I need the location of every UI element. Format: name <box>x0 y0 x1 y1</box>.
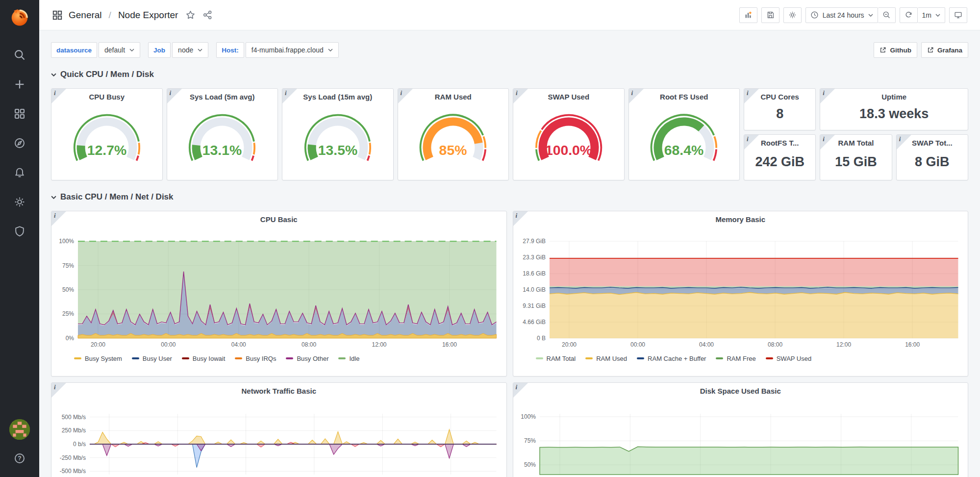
zoom-out-time-button[interactable] <box>878 7 896 23</box>
github-link-label: Github <box>890 47 911 54</box>
legend-item[interactable]: Busy IRQs <box>235 355 276 362</box>
svg-text:04:00: 04:00 <box>231 341 246 348</box>
dashboards-apps-icon[interactable] <box>14 108 25 120</box>
legend-item[interactable]: RAM Total <box>536 355 576 362</box>
stat-value: 18.3 weeks <box>820 102 968 130</box>
panel-title[interactable]: Sys Load (15m avg) <box>282 89 393 102</box>
panel-title[interactable]: SWAP Used <box>513 89 624 102</box>
legend-item[interactable]: Busy Other <box>286 355 328 362</box>
refresh-interval-picker[interactable]: 1m <box>918 7 945 23</box>
share-icon[interactable] <box>203 10 212 20</box>
info-corner-icon[interactable]: i <box>282 89 297 103</box>
datasource-dropdown[interactable]: default <box>99 42 140 58</box>
variable-label: Host: <box>216 42 244 58</box>
panel-title[interactable]: Sys Load (5m avg) <box>167 89 278 102</box>
panel-title[interactable]: CPU Basic <box>55 211 503 225</box>
avatar[interactable] <box>9 419 30 440</box>
legend-item[interactable]: SWAP Used <box>766 355 812 362</box>
info-corner-icon[interactable]: i <box>820 89 835 103</box>
legend-item[interactable]: Busy System <box>74 355 122 362</box>
grafana-link-button[interactable]: Grafana <box>921 42 968 58</box>
legend-item[interactable]: Busy User <box>132 355 172 362</box>
info-corner-icon[interactable]: i <box>51 383 66 398</box>
breadcrumb-separator: / <box>109 10 111 21</box>
panel-title[interactable]: Memory Basic <box>517 211 964 225</box>
info-corner-icon[interactable]: i <box>167 89 182 103</box>
legend-swatch-icon <box>637 357 644 359</box>
info-corner-icon[interactable]: i <box>51 211 66 226</box>
svg-text:?: ? <box>18 455 21 462</box>
legend-item[interactable]: RAM Used <box>585 355 627 362</box>
breadcrumb-title[interactable]: Node Exporter <box>118 10 178 21</box>
legend-label: RAM Total <box>547 355 576 362</box>
variable-label: datasource <box>51 42 97 58</box>
host-dropdown[interactable]: f4-mumbai.frappe.cloud <box>246 42 339 58</box>
plus-icon[interactable] <box>14 78 25 90</box>
info-corner-icon[interactable]: i <box>513 211 528 226</box>
kiosk-mode-button[interactable] <box>949 7 967 23</box>
row-quick-cpu-mem-disk[interactable]: Quick CPU / Mem / Disk <box>51 67 968 82</box>
panel-title[interactable]: CPU Busy <box>51 89 162 102</box>
alerting-bell-icon[interactable] <box>14 167 25 178</box>
cpu-basic-chart[interactable]: 0%25%50%75%100%20:0000:0004:0008:0012:00… <box>55 225 503 349</box>
svg-text:4.66 GiB: 4.66 GiB <box>523 319 546 326</box>
svg-text:27.9 GiB: 27.9 GiB <box>523 238 546 245</box>
breadcrumb-section[interactable]: General <box>69 10 102 21</box>
search-icon[interactable] <box>14 49 25 61</box>
legend-label: Busy IRQs <box>246 355 276 362</box>
legend-item[interactable]: RAM Cache + Buffer <box>637 355 706 362</box>
svg-text:-250 Mb/s: -250 Mb/s <box>60 454 86 461</box>
info-corner-icon[interactable]: i <box>744 135 759 150</box>
panel-title[interactable]: RAM Used <box>398 89 509 102</box>
network-traffic-chart[interactable]: 500 Mb/s250 Mb/s0 b/s-250 Mb/s-500 Mb/s <box>55 396 503 477</box>
configuration-gear-icon[interactable] <box>14 196 25 208</box>
info-corner-icon[interactable]: i <box>629 89 644 103</box>
panel-title[interactable]: Root FS Used <box>629 89 740 102</box>
github-link-button[interactable]: Github <box>874 42 917 58</box>
panel-title[interactable]: Uptime <box>820 89 968 102</box>
info-corner-icon[interactable]: i <box>820 135 835 150</box>
star-icon[interactable] <box>186 10 195 20</box>
time-range-picker[interactable]: Last 24 hours <box>805 7 878 23</box>
row-basic-cpu-mem-net-disk[interactable]: Basic CPU / Mem / Net / Disk <box>51 189 968 205</box>
help-icon[interactable]: ? <box>14 452 25 464</box>
info-corner-icon[interactable]: i <box>513 89 528 103</box>
svg-text:100%: 100% <box>521 413 536 420</box>
save-dashboard-button[interactable] <box>761 7 779 23</box>
panel-disk-space-used-basic: i Disk Space Used Basic 50%75%100% <box>513 382 969 477</box>
dashboard-settings-button[interactable] <box>783 7 802 23</box>
grafana-logo[interactable] <box>7 4 32 29</box>
svg-text:0 b/s: 0 b/s <box>73 441 86 448</box>
svg-text:23.3 GiB: 23.3 GiB <box>523 254 546 261</box>
grafana-link-label: Grafana <box>937 47 962 54</box>
svg-text:50%: 50% <box>524 461 535 468</box>
panel-ram-used: i RAM Used 85% <box>398 88 509 180</box>
legend-label: RAM Used <box>596 355 627 362</box>
info-corner-icon[interactable]: i <box>744 89 759 103</box>
legend-label: RAM Free <box>727 355 755 362</box>
panel-sys-load-5m: i Sys Load (5m avg) 13.1% <box>167 88 278 180</box>
disk-space-chart[interactable]: 50%75%100% <box>517 396 964 477</box>
memory-basic-chart[interactable]: 0 B4.66 GiB9.31 GiB14.0 GiB18.6 GiB23.3 … <box>517 225 964 349</box>
job-dropdown[interactable]: node <box>172 42 208 58</box>
legend-item[interactable]: Busy Iowait <box>182 355 225 362</box>
panel-cpu-basic: i CPU Basic 0%25%50%75%100%20:0000:0004:… <box>51 211 507 377</box>
legend-item[interactable]: Idle <box>338 355 359 362</box>
panel-title[interactable]: Disk Space Used Basic <box>517 383 964 396</box>
refresh-button[interactable] <box>900 7 918 23</box>
info-corner-icon[interactable]: i <box>513 383 528 398</box>
panel-title[interactable]: Network Traffic Basic <box>55 383 503 396</box>
refresh-group: 1m <box>900 7 945 23</box>
info-corner-icon[interactable]: i <box>51 89 66 103</box>
admin-shield-icon[interactable] <box>14 226 25 237</box>
panel-ram-total: i RAM Total 15 GiB <box>820 134 892 180</box>
svg-text:20:00: 20:00 <box>561 341 576 348</box>
legend-item[interactable]: RAM Free <box>716 355 755 362</box>
info-corner-icon[interactable]: i <box>897 135 911 150</box>
explore-compass-icon[interactable] <box>14 137 25 149</box>
main-area: General / Node Exporter La <box>39 0 980 477</box>
svg-text:13.1%: 13.1% <box>202 142 242 158</box>
add-panel-button[interactable] <box>739 7 757 23</box>
legend-swatch-icon <box>338 357 346 359</box>
info-corner-icon[interactable]: i <box>398 89 413 103</box>
